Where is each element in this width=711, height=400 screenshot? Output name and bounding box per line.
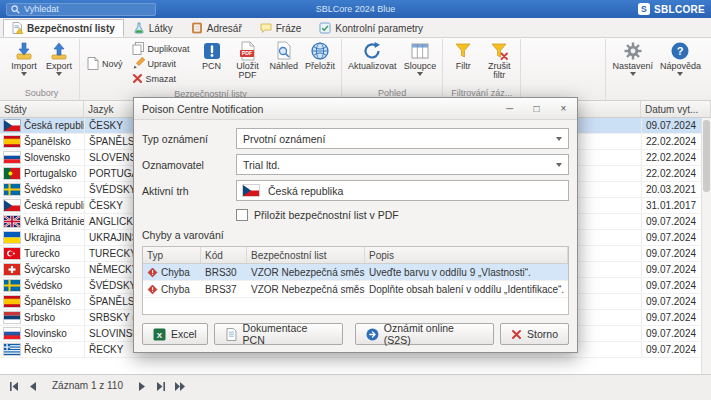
errors-column-type[interactable]: Typ (143, 247, 201, 263)
clear-filter-button[interactable]: Zrušit filtr (481, 39, 517, 87)
last-record-icon (156, 382, 166, 391)
errors-table-header: Typ Kód Bezpečnostní list Popis (143, 247, 568, 264)
previous-record-icon (29, 382, 37, 391)
help-icon: ? (670, 41, 690, 61)
notifier-select[interactable]: Trial ltd. (236, 154, 569, 175)
next-record-icon (138, 382, 146, 391)
dialog-footer: X Excel Dokumentace PCN Oznámit online (… (142, 320, 569, 345)
address-book-icon (191, 22, 203, 34)
previous-record-button[interactable] (25, 379, 41, 393)
chevron-down-icon (677, 72, 683, 76)
tab-control-parameters[interactable]: Kontrolní parametry (310, 19, 432, 37)
statusbar: Záznam 1 z 110 (0, 374, 711, 400)
new-button[interactable]: Nový (83, 56, 127, 71)
dialog-titlebar[interactable]: Poison Centre Notification ─ □ × (134, 98, 577, 120)
tab-label: Fráze (276, 23, 302, 34)
error-row[interactable]: Chyba BRS37 VZOR Nebezpečná směs Doplňte… (143, 281, 568, 298)
ribbon: Import Export Soubory Nový (0, 38, 711, 101)
tab-substances[interactable]: Látky (124, 19, 182, 37)
tab-phrases[interactable]: Fráze (251, 19, 311, 37)
error-icon (147, 267, 158, 278)
market-value: Česká republika (268, 185, 343, 197)
errors-column-sheet[interactable]: Bezpečnostní list (247, 247, 365, 263)
first-record-button[interactable] (6, 379, 22, 393)
filter-label: Filtr (456, 62, 471, 71)
scrollbar-thumb[interactable] (703, 120, 710, 192)
preview-button[interactable]: Náhled (267, 39, 302, 88)
minimize-button[interactable]: ─ (496, 98, 523, 119)
tab-label: Látky (149, 23, 173, 34)
chevron-down-icon (56, 72, 62, 76)
close-button[interactable]: × (550, 98, 577, 119)
ribbon-group-filtering: Filtr Zrušit filtr Filtrování záz... (443, 39, 521, 100)
tab-safety-data-sheets[interactable]: Bezpečnostní listy (3, 19, 124, 37)
svg-text:X: X (157, 330, 163, 339)
refresh-button[interactable]: Aktualizovat (345, 39, 400, 87)
market-field[interactable]: Česká republika (236, 180, 569, 201)
attach-pdf-checkbox[interactable] (236, 209, 248, 221)
import-button[interactable]: Import (7, 39, 41, 87)
notification-type-select[interactable]: Prvotní oznámení (236, 128, 569, 149)
settings-label: Nastavení (612, 62, 653, 71)
columns-button[interactable]: Sloupce (401, 39, 440, 87)
country-flag-icon (4, 152, 20, 163)
settings-button[interactable]: Nastavení (609, 39, 656, 87)
search-icon (11, 5, 20, 14)
refresh-icon (362, 41, 382, 61)
submit-online-button[interactable]: Oznámit online (S2S) (355, 323, 494, 345)
new-document-icon (87, 57, 99, 70)
market-row: Aktivní trh Česká republika (142, 180, 569, 201)
pcn-icon (202, 41, 222, 61)
last-record-button[interactable] (153, 379, 169, 393)
save-pdf-button[interactable]: PDF Uložit PDF (230, 39, 266, 88)
column-header-country[interactable]: Státy (0, 101, 84, 117)
clear-filter-label: Zrušit filtr (484, 62, 514, 81)
help-button[interactable]: ? Nápověda (657, 39, 704, 87)
ribbon-group-view: Aktualizovat Sloupce Pohled (342, 39, 443, 100)
country-flag-icon (4, 200, 20, 211)
attach-pdf-row: Přiložit bezpečnostní list v PDF (142, 206, 569, 223)
record-info: Záznam 1 z 110 (52, 379, 123, 393)
sblcore-menu[interactable]: S SBLCORE (638, 3, 705, 15)
submit-online-icon (366, 328, 379, 341)
maximize-button[interactable]: □ (523, 98, 550, 119)
vertical-scrollbar[interactable] (701, 118, 711, 374)
pcn-documentation-button[interactable]: Dokumentace PCN (214, 323, 343, 345)
notification-type-label: Typ oznámení (142, 133, 230, 145)
market-flag-icon (243, 185, 259, 196)
delete-label: Smazat (146, 74, 177, 84)
dialog-body: Typ oznámení Prvotní oznámení Oznamovate… (134, 120, 577, 352)
pdf-icon: PDF (238, 41, 258, 61)
excel-button[interactable]: X Excel (142, 323, 208, 345)
tab-label: Bezpečnostní listy (27, 23, 115, 34)
column-header-date[interactable]: Datum vyt... (641, 101, 711, 117)
country-flag-icon (4, 344, 20, 355)
search-input[interactable]: Vyhledat (6, 3, 156, 16)
next-record-button[interactable] (134, 379, 150, 393)
cancel-button[interactable]: Storno (500, 323, 569, 345)
filter-button[interactable]: Filtr (446, 39, 480, 87)
import-label: Import (11, 62, 37, 71)
next-page-button[interactable] (172, 379, 188, 393)
pcn-button[interactable]: PCN (195, 39, 229, 88)
edit-button[interactable]: Upravit (128, 56, 194, 71)
excel-label: Excel (171, 328, 197, 340)
group-label-right (609, 87, 704, 100)
app-window: SBLCore 2024 Blue Vyhledat S SBLCORE Bez… (0, 0, 711, 400)
errors-column-desc[interactable]: Popis (365, 247, 568, 263)
error-desc: Doplňte obsah balení v oddílu „Identifik… (365, 281, 568, 297)
error-type: Chyba (161, 267, 190, 278)
attach-pdf-label: Přiložit bezpečnostní list v PDF (254, 209, 399, 221)
error-row[interactable]: Chyba BRS30 VZOR Nebezpečná směs Uveďte … (143, 264, 568, 281)
errors-column-code[interactable]: Kód (201, 247, 247, 263)
error-sheet: VZOR Nebezpečná směs (247, 281, 365, 297)
duplicate-button[interactable]: Duplikovat (128, 41, 194, 56)
country-name: Česká republika (24, 200, 84, 211)
country-flag-icon (4, 120, 20, 131)
delete-button[interactable]: Smazat (128, 71, 194, 86)
tab-address-book[interactable]: Adresář (182, 19, 251, 37)
search-placeholder: Vyhledat (24, 4, 59, 14)
duplicate-label: Duplikovat (148, 44, 190, 54)
export-button[interactable]: Export (42, 39, 76, 87)
translate-button[interactable]: Přeložit (302, 39, 338, 88)
